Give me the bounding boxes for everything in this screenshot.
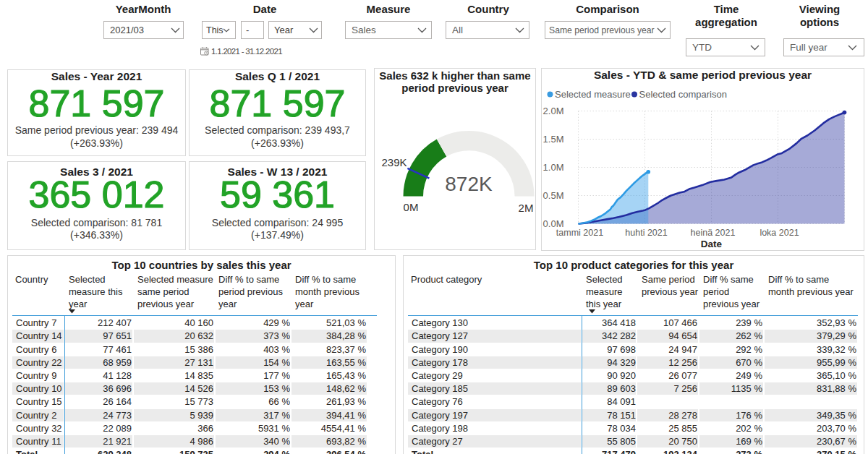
svg-text:loka 2021: loka 2021 bbox=[760, 228, 799, 238]
svg-text:872K: 872K bbox=[445, 173, 493, 195]
svg-text:1.5M: 1.5M bbox=[543, 134, 564, 145]
svg-text:0.5M: 0.5M bbox=[543, 190, 564, 201]
svg-text:1.0M: 1.0M bbox=[543, 162, 564, 173]
svg-text:239K: 239K bbox=[381, 156, 407, 168]
svg-text:2M: 2M bbox=[519, 202, 534, 214]
svg-text:Selected measure: Selected measure bbox=[555, 89, 631, 100]
svg-text:0M: 0M bbox=[404, 201, 419, 213]
svg-text:tammi 2021: tammi 2021 bbox=[556, 228, 603, 238]
svg-text:Selected comparison: Selected comparison bbox=[639, 89, 727, 100]
svg-text:heinä 2021: heinä 2021 bbox=[691, 228, 736, 238]
svg-text:2.0M: 2.0M bbox=[543, 106, 564, 116]
svg-text:huhti 2021: huhti 2021 bbox=[625, 228, 667, 238]
svg-text:Date: Date bbox=[701, 239, 723, 249]
